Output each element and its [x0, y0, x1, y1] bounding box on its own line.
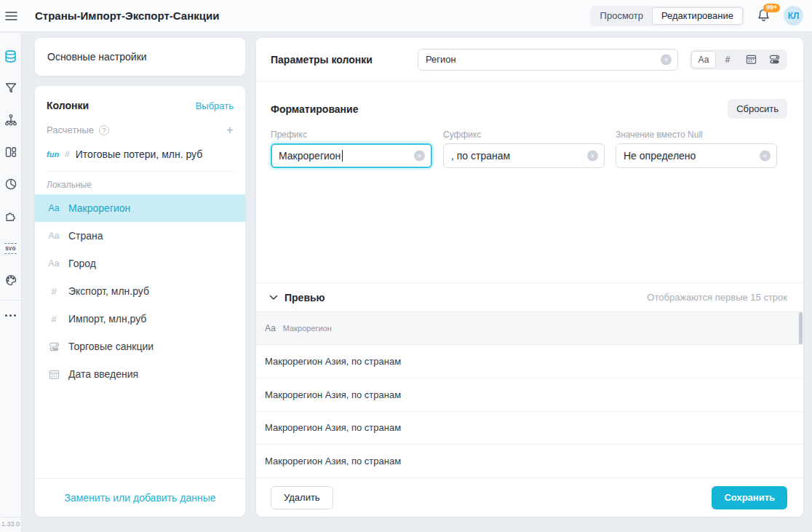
formatting-section: Форматирование Сбросить Префикс Макрорег…	[256, 82, 803, 282]
clear-icon[interactable]: ×	[760, 151, 771, 162]
clear-icon[interactable]: ×	[414, 151, 425, 162]
column-item-sanctions[interactable]: Торговые санкции	[35, 333, 245, 360]
text-type-icon: Аа	[47, 203, 61, 213]
rail-button-svg[interactable]: SVG	[0, 232, 22, 264]
column-item-city[interactable]: Аа Город	[35, 250, 245, 277]
menu-toggle-button[interactable]	[0, 0, 22, 32]
function-icon: fun	[47, 150, 59, 159]
main-settings-label: Основные настройки	[47, 51, 147, 63]
hamburger-icon	[5, 11, 17, 21]
rail-button-charts[interactable]	[0, 168, 22, 200]
prefix-input[interactable]: Макрорегион ×	[271, 143, 432, 168]
calculated-label: Расчетные	[47, 124, 94, 135]
database-icon	[4, 49, 17, 63]
pie-chart-icon	[4, 178, 17, 191]
layout-icon	[4, 146, 17, 159]
palette-icon	[4, 274, 17, 287]
suffix-input[interactable]: , по странам ×	[443, 143, 605, 168]
filter-icon	[4, 82, 17, 95]
column-type-switcher: Аа #	[690, 49, 787, 70]
null-value-input[interactable]: Не определено ×	[616, 143, 777, 168]
save-button[interactable]: Сохранить	[712, 486, 787, 509]
avatar[interactable]: КЛ	[784, 6, 803, 25]
local-columns-label: Локальные	[35, 172, 245, 194]
column-item-country[interactable]: Аа Страна	[35, 222, 245, 250]
replace-data-link[interactable]: Заменить или добавить данные	[64, 492, 215, 504]
rail-button-theme[interactable]	[0, 264, 22, 296]
calculated-column-item[interactable]: fun # Итоговые потери, млн. руб	[35, 139, 245, 171]
column-label: Страна	[68, 230, 103, 242]
column-params-title: Параметры колонки	[271, 54, 418, 65]
left-toolbar: SVG 1.33.0	[0, 33, 22, 532]
preview-title: Превью	[284, 292, 325, 303]
table-row: Макрорегион Азия, по странам	[256, 445, 803, 477]
column-name-input[interactable]: Регион ×	[418, 49, 678, 71]
app-version: 1.33.0	[1, 517, 23, 528]
select-columns-link[interactable]: Выбрать	[196, 100, 234, 111]
type-text-button[interactable]: Аа	[691, 51, 716, 68]
calendar-type-icon	[49, 369, 60, 380]
columns-panel-footer: Заменить или добавить данные	[35, 478, 245, 517]
rail-button-data[interactable]	[0, 40, 22, 72]
clear-icon[interactable]: ×	[661, 54, 672, 65]
app-window: Страны-Импорт-Экспорт-Санкции Просмотр Р…	[0, 0, 812, 532]
type-date-button[interactable]	[739, 51, 763, 68]
preview-header: Превью Отображаются первые 15 строк	[256, 282, 803, 311]
number-type-icon: #	[47, 314, 61, 325]
panel-footer: Удалить Сохранить	[256, 477, 803, 517]
rail-button-model[interactable]	[0, 104, 22, 136]
table-row: Макрорегион Азия, по странам	[256, 345, 803, 378]
mode-view-button[interactable]: Просмотр	[592, 7, 652, 25]
rail-button-plugins[interactable]	[0, 200, 22, 232]
prefix-value: Макрорегион	[279, 150, 341, 162]
chevron-down-icon	[269, 295, 278, 301]
table-row: Макрорегион Азия, по странам	[256, 378, 803, 412]
mode-edit-button[interactable]: Редактирование	[652, 7, 743, 25]
formatting-title: Форматирование	[271, 103, 358, 115]
toggle-type-icon	[49, 341, 60, 352]
column-item-export[interactable]: # Экспорт, млн.руб	[35, 277, 245, 305]
delete-button[interactable]: Удалить	[271, 486, 333, 509]
column-label: Торговые санкции	[68, 341, 154, 352]
puzzle-icon	[4, 210, 17, 223]
hierarchy-icon	[4, 114, 17, 127]
main-settings-item[interactable]: Основные настройки	[35, 38, 245, 76]
column-label: Дата введения	[68, 368, 138, 380]
add-calculated-button[interactable]: +	[226, 124, 234, 136]
suffix-label: Суффикс	[443, 130, 605, 140]
plus-icon: +	[226, 123, 234, 137]
rail-button-layout[interactable]	[0, 136, 22, 168]
null-value-value: Не определено	[624, 150, 696, 162]
number-type-icon: #	[47, 286, 61, 297]
ellipsis-icon	[5, 314, 16, 317]
collapse-preview-button[interactable]	[269, 295, 278, 301]
column-label: Экспорт, млн.руб	[68, 285, 149, 297]
help-icon[interactable]: ?	[99, 125, 109, 135]
calculated-section-header: Расчетные ? +	[35, 117, 245, 139]
preview-scrollbar[interactable]	[799, 312, 803, 344]
column-settings-panel: Параметры колонки Регион × Аа #	[256, 38, 803, 517]
column-item-macroregion[interactable]: Аа Макрорегион	[35, 194, 245, 222]
notifications-button[interactable]: 99+	[757, 8, 771, 24]
column-item-date[interactable]: Дата введения	[35, 360, 245, 388]
rail-button-filters[interactable]	[0, 72, 22, 104]
preview-table-header: Аа Макрорегион	[256, 311, 803, 345]
clear-icon[interactable]: ×	[587, 151, 598, 162]
rail-button-more[interactable]	[0, 304, 22, 326]
prefix-field: Префикс Макрорегион ×	[271, 130, 432, 168]
calendar-icon	[746, 54, 757, 65]
suffix-value: , по странам	[451, 150, 510, 162]
type-boolean-button[interactable]	[763, 51, 786, 68]
null-value-label: Значение вместо Null	[616, 130, 777, 140]
columns-panel-header: Колонки Выбрать	[35, 86, 245, 117]
formatting-header: Форматирование Сбросить	[271, 99, 787, 119]
reset-button[interactable]: Сбросить	[728, 99, 787, 119]
prefix-label: Префикс	[271, 130, 432, 140]
type-number-button[interactable]: #	[716, 51, 739, 68]
mode-switcher: Просмотр Редактирование	[590, 6, 744, 26]
columns-panel: Колонки Выбрать Расчетные ? + fun # Итог…	[35, 86, 245, 517]
table-row: Макрорегион Азия, по странам	[256, 412, 803, 445]
columns-title: Колонки	[47, 100, 89, 111]
column-item-import[interactable]: # Импорт, млн,руб	[35, 305, 245, 333]
preview-table-body: Макрорегион Азия, по странам Макрорегион…	[256, 345, 803, 477]
